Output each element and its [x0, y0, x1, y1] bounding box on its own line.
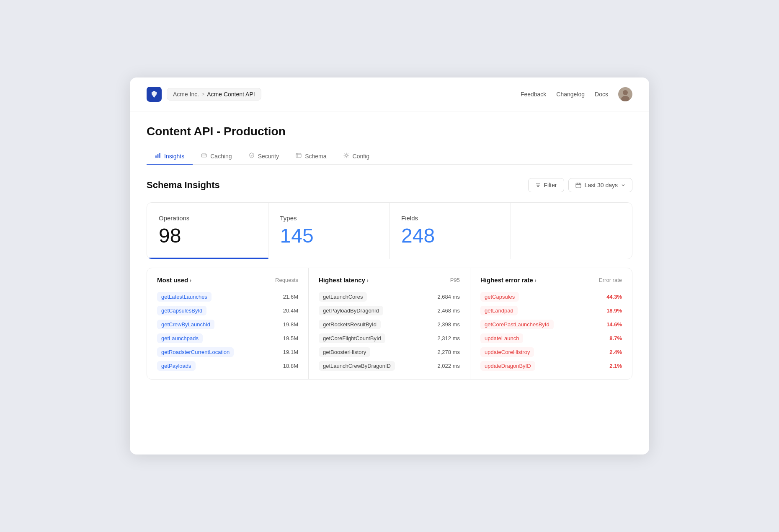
op-name[interactable]: updateDragonByID: [480, 361, 535, 371]
svg-rect-16: [576, 183, 581, 188]
main-content: Content API - Production Insights: [130, 111, 649, 393]
stat-fields-label: Fields: [401, 214, 499, 222]
op-value: 2,398 ms: [438, 321, 460, 328]
tab-schema-label: Schema: [305, 153, 326, 160]
caching-icon: [201, 152, 207, 160]
most-used-title[interactable]: Most used ›: [157, 276, 191, 284]
stat-card-operations[interactable]: Operations 98: [147, 203, 268, 259]
stat-card-fields[interactable]: Fields 248: [390, 203, 511, 259]
tables-row: Most used › Requests getLatestLaunches 2…: [147, 268, 632, 380]
list-item[interactable]: getCrewByLaunchId 19.8M: [157, 320, 298, 329]
list-item[interactable]: updateCoreHistroy 2.4%: [480, 347, 622, 357]
latency-chevron: ›: [367, 278, 369, 283]
error-rows: getCapsules 44.3% getLandpad 18.9% getCo…: [480, 292, 622, 371]
op-name[interactable]: getPayloadByDragonId: [319, 306, 383, 315]
op-name[interactable]: getLaunchCores: [319, 292, 367, 302]
op-name[interactable]: getPayloads: [157, 361, 196, 371]
op-value: 2,278 ms: [438, 349, 460, 355]
changelog-link[interactable]: Changelog: [556, 91, 585, 98]
highest-latency-table: Highest latency › P95 getLaunchCores 2,6…: [309, 268, 470, 379]
list-item[interactable]: getPayloadByDragonId 2,468 ms: [319, 306, 460, 315]
stat-types-value: 145: [280, 226, 378, 246]
breadcrumb[interactable]: Acme Inc. > Acme Content API: [167, 88, 261, 101]
section-actions: Filter Last 30 days: [528, 178, 632, 192]
op-value: 20.4M: [283, 307, 298, 314]
list-item[interactable]: getLandpad 18.9%: [480, 306, 622, 315]
section-header: Schema Insights Filter: [147, 178, 632, 192]
op-name[interactable]: getRocketsResultById: [319, 320, 381, 329]
op-name[interactable]: getRoadsterCurrentLocation: [157, 347, 234, 357]
op-name[interactable]: getLandpad: [480, 306, 518, 315]
op-value: 21.6M: [283, 294, 298, 300]
schema-icon: [296, 152, 302, 160]
op-value: 14.6%: [606, 321, 622, 328]
list-item[interactable]: getLaunchCores 2,684 ms: [319, 292, 460, 302]
date-range-button[interactable]: Last 30 days: [568, 178, 632, 192]
op-name[interactable]: updateLaunch: [480, 333, 523, 343]
op-value: 19.8M: [283, 321, 298, 328]
tab-config[interactable]: Config: [335, 148, 378, 165]
page-title: Content API - Production: [147, 125, 632, 138]
op-value: 2.1%: [609, 363, 622, 369]
svg-rect-9: [296, 153, 301, 158]
date-label: Last 30 days: [585, 182, 618, 189]
security-icon: [249, 152, 255, 160]
list-item[interactable]: getCorePastLaunchesById 14.6%: [480, 320, 622, 329]
tab-caching-label: Caching: [210, 153, 232, 160]
list-item[interactable]: getBoosterHistory 2,278 ms: [319, 347, 460, 357]
list-item[interactable]: updateDragonByID 2.1%: [480, 361, 622, 371]
feedback-link[interactable]: Feedback: [521, 91, 546, 98]
tab-schema[interactable]: Schema: [287, 148, 335, 165]
list-item[interactable]: getRoadsterCurrentLocation 19.1M: [157, 347, 298, 357]
latency-col-label: P95: [450, 277, 460, 283]
section-title: Schema Insights: [147, 180, 220, 191]
op-name[interactable]: getLatestLaunches: [157, 292, 212, 302]
tab-insights[interactable]: Insights: [147, 148, 193, 165]
svg-rect-3: [155, 155, 157, 158]
op-name[interactable]: getLaunchpads: [157, 333, 203, 343]
error-title[interactable]: Highest error rate ›: [480, 276, 537, 284]
list-item[interactable]: getCapsules 44.3%: [480, 292, 622, 302]
list-item[interactable]: getCoreFlightCountById 2,312 ms: [319, 333, 460, 343]
list-item[interactable]: getCapsulesById 20.4M: [157, 306, 298, 315]
breadcrumb-api: Acme Content API: [207, 91, 255, 98]
op-name[interactable]: getCorePastLaunchesById: [480, 320, 554, 329]
error-header: Highest error rate › Error rate: [480, 276, 622, 285]
tab-security[interactable]: Security: [240, 148, 288, 165]
stat-operations-label: Operations: [159, 214, 256, 222]
insights-icon: [155, 152, 161, 160]
header-left: Acme Inc. > Acme Content API: [147, 87, 261, 102]
stats-row: Operations 98 Types 145 Fields 248: [147, 202, 632, 259]
latency-title[interactable]: Highest latency ›: [319, 276, 369, 284]
header: Acme Inc. > Acme Content API Feedback Ch…: [130, 77, 649, 111]
most-used-header: Most used › Requests: [157, 276, 298, 285]
op-name[interactable]: updateCoreHistroy: [480, 347, 534, 357]
list-item[interactable]: getPayloads 18.8M: [157, 361, 298, 371]
docs-link[interactable]: Docs: [595, 91, 608, 98]
op-name[interactable]: getCrewByLaunchId: [157, 320, 214, 329]
svg-point-8: [206, 154, 206, 155]
list-item[interactable]: updateLaunch 8.7%: [480, 333, 622, 343]
op-name[interactable]: getCapsules: [480, 292, 519, 302]
latency-header: Highest latency › P95: [319, 276, 460, 285]
op-name[interactable]: getBoosterHistory: [319, 347, 370, 357]
op-name[interactable]: getCapsulesById: [157, 306, 206, 315]
config-icon: [343, 152, 349, 160]
stat-card-types[interactable]: Types 145: [268, 203, 390, 259]
tab-security-label: Security: [258, 153, 279, 160]
most-used-col-label: Requests: [275, 277, 298, 283]
tab-caching[interactable]: Caching: [193, 148, 240, 165]
chevron-down-icon: [621, 183, 625, 187]
list-item[interactable]: getLatestLaunches 21.6M: [157, 292, 298, 302]
logo-icon: [147, 87, 162, 102]
list-item[interactable]: getLaunchpads 19.5M: [157, 333, 298, 343]
list-item[interactable]: getRocketsResultById 2,398 ms: [319, 320, 460, 329]
avatar[interactable]: [618, 87, 632, 101]
svg-point-1: [623, 90, 628, 95]
op-name[interactable]: getCoreFlightCountById: [319, 333, 385, 343]
op-value: 19.5M: [283, 335, 298, 341]
op-name[interactable]: getLaunchCrewByDragonID: [319, 361, 395, 371]
list-item[interactable]: getLaunchCrewByDragonID 2,022 ms: [319, 361, 460, 371]
filter-button[interactable]: Filter: [528, 178, 564, 192]
stat-operations-value: 98: [159, 226, 256, 246]
